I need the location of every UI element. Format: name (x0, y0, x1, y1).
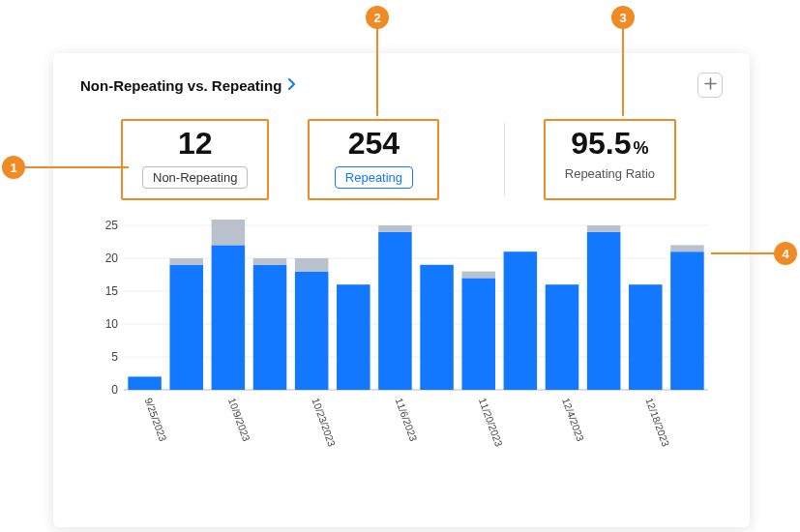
bar-repeating (253, 265, 287, 390)
bar-repeating (587, 232, 621, 390)
bar-non-repeating (253, 258, 287, 265)
bar-repeating (670, 251, 704, 390)
stats-right: 95.5% Repeating Ratio (515, 119, 705, 200)
svg-text:11/6/2023: 11/6/2023 (394, 397, 420, 443)
chevron-right-icon (287, 77, 296, 93)
bar-repeating (420, 265, 454, 390)
stat-ratio-value: 95.5% (565, 127, 655, 161)
report-title: Non-Repeating vs. Repeating (80, 77, 281, 94)
bar-non-repeating (169, 258, 203, 265)
bar-repeating (461, 279, 495, 391)
callout-2: 2 (366, 6, 389, 29)
bar-chart: 05101520259/25/202310/9/202310/23/202311… (89, 220, 714, 452)
stats-left: 12 Non-Repeating 254 Repeating (98, 119, 494, 200)
callout-line-4 (711, 252, 774, 254)
bar-repeating (295, 272, 329, 390)
callout-line-3 (622, 29, 624, 116)
vertical-divider (504, 123, 505, 196)
svg-text:10: 10 (105, 317, 119, 331)
bar-repeating (212, 246, 246, 391)
bar-non-repeating (587, 225, 621, 232)
svg-text:11/20/2023: 11/20/2023 (477, 397, 505, 449)
stat-repeating: 254 Repeating (308, 119, 439, 200)
stat-non-repeating-value: 12 (142, 127, 248, 161)
svg-text:9/25/2023: 9/25/2023 (143, 397, 169, 443)
stats-row: 12 Non-Repeating 254 Repeating 95.5% Rep… (80, 119, 723, 200)
callout-line-1 (25, 166, 129, 168)
bar-repeating (378, 232, 412, 390)
bar-non-repeating (295, 258, 329, 272)
stat-ratio-label: Repeating Ratio (565, 166, 655, 181)
svg-text:5: 5 (111, 350, 118, 364)
card-header: Non-Repeating vs. Repeating (80, 73, 723, 98)
bar-repeating (337, 284, 370, 390)
add-button[interactable] (697, 73, 723, 98)
report-title-link[interactable]: Non-Repeating vs. Repeating (80, 77, 296, 94)
report-card: Non-Repeating vs. Repeating 12 Non-Repea… (53, 53, 750, 527)
bar-non-repeating (461, 272, 495, 279)
callout-4: 4 (774, 242, 797, 265)
svg-text:10/9/2023: 10/9/2023 (226, 397, 252, 443)
bar-repeating (169, 265, 203, 390)
svg-text:12/4/2023: 12/4/2023 (560, 397, 586, 443)
svg-text:25: 25 (105, 220, 119, 232)
stat-repeating-label[interactable]: Repeating (335, 166, 413, 189)
callout-line-2 (376, 29, 378, 116)
callout-1: 1 (2, 156, 25, 179)
stat-non-repeating-label[interactable]: Non-Repeating (142, 166, 248, 189)
bar-repeating (504, 251, 538, 390)
svg-text:20: 20 (105, 251, 119, 265)
stat-non-repeating: 12 Non-Repeating (121, 119, 269, 200)
bar-non-repeating (670, 246, 704, 252)
svg-text:12/18/2023: 12/18/2023 (643, 397, 671, 449)
svg-text:10/23/2023: 10/23/2023 (310, 397, 338, 449)
plus-icon (704, 76, 717, 94)
stat-ratio: 95.5% Repeating Ratio (544, 119, 676, 200)
bar-repeating (629, 284, 663, 390)
bar-repeating (546, 284, 579, 390)
svg-text:0: 0 (111, 383, 118, 397)
bar-repeating (128, 377, 162, 391)
stat-repeating-value: 254 (329, 127, 418, 161)
svg-text:15: 15 (105, 284, 119, 298)
bar-non-repeating (212, 220, 246, 245)
bar-non-repeating (378, 225, 412, 232)
callout-3: 3 (611, 6, 635, 29)
